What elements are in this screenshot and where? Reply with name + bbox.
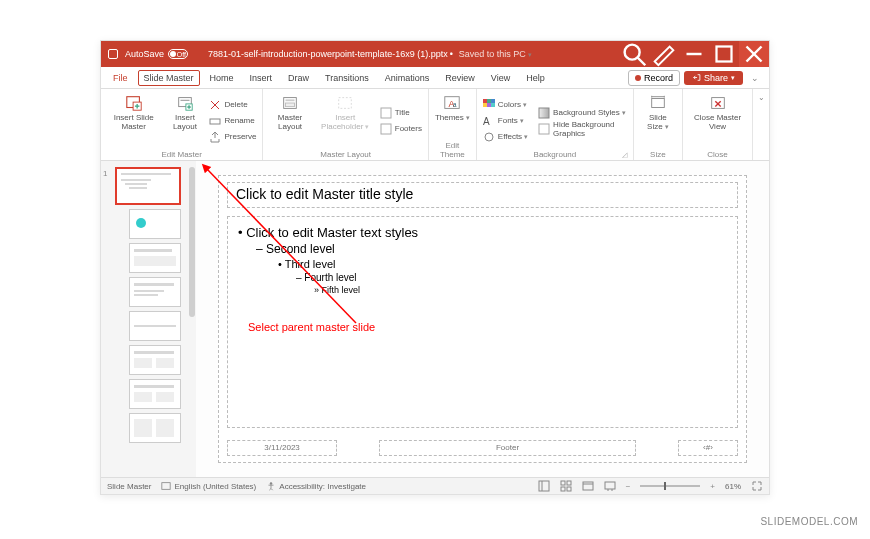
watermark: SLIDEMODEL.COM [760,516,858,527]
maximize-button[interactable] [709,41,739,67]
group-edit-theme: AaThemes Edit Theme [429,89,477,160]
search-icon[interactable] [619,41,649,67]
close-button[interactable] [739,41,769,67]
sorter-view-icon[interactable] [560,480,572,492]
svg-rect-53 [583,482,593,490]
tab-animations[interactable]: Animations [379,70,436,86]
title-placeholder[interactable]: Click to edit Master title style [227,182,738,208]
work-area: 1 Click to edit Master title style Click… [101,161,769,477]
record-button[interactable]: Record [628,70,680,86]
title-checkbox: Title [378,105,424,121]
insert-slide-master-button[interactable]: Insert Slide Master [105,91,162,150]
svg-rect-17 [210,119,220,124]
group-background: Colors AFonts Effects Background Styles … [477,89,634,160]
annotation-text: Select parent master slide [248,321,375,333]
slide-number-placeholder[interactable]: ‹#› [678,440,738,456]
accessibility-button[interactable]: Accessibility: Investigate [266,481,366,491]
thumbnail-scrollbar[interactable] [189,167,195,317]
svg-text:a: a [453,101,457,108]
svg-rect-20 [286,103,295,107]
language-button[interactable]: English (United States) [161,481,256,491]
svg-rect-50 [567,481,571,485]
svg-rect-29 [491,99,495,103]
tab-insert[interactable]: Insert [244,70,279,86]
autosave-toggle[interactable]: AutoSave Off [125,49,188,59]
footers-checkbox: Footers [378,121,424,137]
close-master-view-button[interactable]: Close Master View [687,91,749,150]
date-placeholder[interactable]: 3/11/2023 [227,440,337,456]
tab-view[interactable]: View [485,70,516,86]
layout-thumbnail[interactable] [129,243,181,273]
effects-button[interactable]: Effects [481,129,530,145]
svg-rect-22 [381,108,391,118]
normal-view-icon[interactable] [538,480,550,492]
svg-rect-19 [286,99,295,101]
hide-background-checkbox: Hide Background Graphics [536,121,629,137]
svg-rect-49 [561,481,565,485]
svg-rect-55 [605,482,615,489]
autosave-label: AutoSave [125,49,164,59]
app-menu-icon[interactable] [108,49,118,59]
colors-button[interactable]: Colors [481,97,530,113]
layout-thumbnail[interactable] [129,413,181,443]
svg-text:A: A [483,116,490,127]
layout-thumbnail[interactable] [129,277,181,307]
tab-transitions[interactable]: Transitions [319,70,375,86]
share-button[interactable]: Share▾ [684,71,743,85]
svg-rect-51 [561,487,565,491]
tab-help[interactable]: Help [520,70,551,86]
svg-rect-35 [539,108,549,118]
collapse-ribbon-icon[interactable]: ⌄ [747,73,763,83]
background-styles-button[interactable]: Background Styles [536,105,629,121]
tab-home[interactable]: Home [204,70,240,86]
thumbnail-panel[interactable]: 1 [101,161,196,477]
tab-file[interactable]: File [107,70,134,86]
insert-layout-button[interactable]: Insert Layout [164,91,205,150]
svg-rect-28 [487,99,491,103]
tab-slide-master[interactable]: Slide Master [138,70,200,86]
master-layout-button[interactable]: Master Layout [267,91,312,150]
svg-rect-36 [539,124,549,134]
pen-icon[interactable] [649,41,679,67]
slide-canvas[interactable]: Click to edit Master title style Click t… [196,161,769,477]
reading-view-icon[interactable] [582,480,594,492]
ribbon: Insert Slide Master Insert Layout Delete… [101,89,769,161]
svg-point-0 [625,45,640,60]
layout-thumbnail[interactable] [129,311,181,341]
layout-thumbnail[interactable] [129,209,181,239]
fonts-button[interactable]: AFonts [481,113,530,129]
zoom-in-button[interactable]: + [710,482,715,491]
footer-placeholder[interactable]: Footer [379,440,636,456]
fit-to-window-icon[interactable] [751,480,763,492]
themes-button[interactable]: AaThemes [433,91,472,141]
zoom-level[interactable]: 61% [725,482,741,491]
dialog-launcher-icon[interactable]: ◿ [622,151,627,159]
status-mode: Slide Master [107,482,151,491]
svg-rect-47 [539,481,549,491]
svg-rect-27 [483,99,487,103]
powerpoint-window: AutoSave Off 7881-01-self-introduction-p… [100,40,770,495]
svg-rect-32 [491,103,495,107]
ribbon-options-icon[interactable]: ⌄ [753,89,769,160]
svg-rect-23 [381,124,391,134]
preserve-button[interactable]: Preserve [207,129,258,145]
layout-thumbnail[interactable] [129,379,181,409]
svg-rect-31 [487,103,491,107]
minimize-button[interactable] [679,41,709,67]
rename-button[interactable]: Rename [207,113,258,129]
zoom-slider[interactable] [640,485,700,487]
master-slide-thumbnail[interactable] [115,167,181,205]
master-slide: Click to edit Master title style Click t… [218,175,747,463]
slideshow-view-icon[interactable] [604,480,616,492]
tab-draw[interactable]: Draw [282,70,315,86]
slide-size-button[interactable]: Slide Size [638,91,678,150]
group-close: Close Master View Close [683,89,754,160]
svg-rect-3 [717,47,732,62]
layout-thumbnail[interactable] [129,345,181,375]
save-status[interactable]: Saved to this PC [459,49,532,59]
zoom-out-button[interactable]: − [626,482,631,491]
tab-review[interactable]: Review [439,70,481,86]
filename[interactable]: 7881-01-self-introduction-powerpoint-tem… [208,49,448,59]
group-master-layout: Master Layout Insert Placeholder Title F… [263,89,428,160]
delete-button: Delete [207,97,258,113]
